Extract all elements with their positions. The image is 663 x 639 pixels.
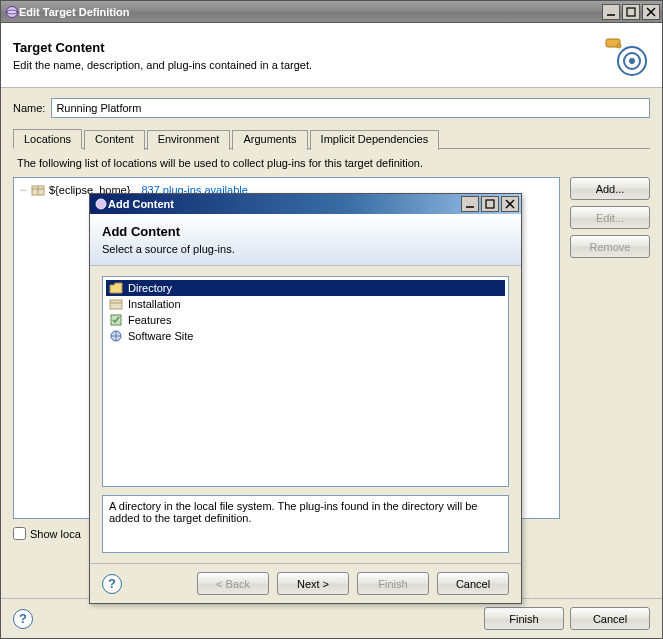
svg-rect-16 [486, 200, 494, 208]
header-panel: Target Content Edit the name, descriptio… [1, 23, 662, 88]
list-item-softwaresite[interactable]: Software Site [106, 328, 505, 344]
svg-rect-3 [627, 8, 635, 16]
folder-icon [109, 281, 123, 295]
dialog-header-description: Select a source of plug-ins. [102, 243, 509, 255]
list-item-label: Software Site [128, 330, 193, 342]
list-item-label: Installation [128, 298, 181, 310]
list-item-features[interactable]: Features [106, 312, 505, 328]
tab-content[interactable]: Content [84, 130, 145, 150]
page-description: Edit the name, description, and plug-ins… [13, 59, 602, 71]
edit-button[interactable]: Edit... [570, 206, 650, 229]
page-title: Target Content [13, 40, 602, 55]
titlebar[interactable]: Edit Target Definition [1, 1, 662, 23]
next-button[interactable]: Next > [277, 572, 349, 595]
list-item-label: Directory [128, 282, 172, 294]
maximize-button[interactable] [622, 4, 640, 20]
selection-description: A directory in the local file system. Th… [102, 495, 509, 553]
name-row: Name: [13, 98, 650, 118]
close-button[interactable] [642, 4, 660, 20]
dialog-body: Directory Installation Features [90, 266, 521, 563]
dialog-help-button[interactable]: ? [102, 574, 122, 594]
add-content-dialog: Add Content Add Content Select a source … [89, 193, 522, 604]
dialog-header: Add Content Select a source of plug-ins. [90, 214, 521, 266]
svg-point-10 [617, 44, 621, 48]
dialog-footer: ? < Back Next > Finish Cancel [90, 563, 521, 603]
site-icon [109, 329, 123, 343]
list-item-directory[interactable]: Directory [106, 280, 505, 296]
svg-point-14 [96, 199, 106, 209]
feature-icon [109, 313, 123, 327]
minimize-button[interactable] [602, 4, 620, 20]
dialog-cancel-button[interactable]: Cancel [437, 572, 509, 595]
show-location-checkbox[interactable] [13, 527, 26, 540]
target-icon [602, 31, 650, 79]
source-list[interactable]: Directory Installation Features [102, 276, 509, 487]
dialog-finish-button[interactable]: Finish [357, 572, 429, 595]
help-button[interactable]: ? [13, 609, 33, 629]
list-item-label: Features [128, 314, 171, 326]
cancel-button[interactable]: Cancel [570, 607, 650, 630]
eclipse-icon [94, 197, 108, 211]
tab-environment[interactable]: Environment [147, 130, 231, 150]
back-button[interactable]: < Back [197, 572, 269, 595]
add-button[interactable]: Add... [570, 177, 650, 200]
locations-side-buttons: Add... Edit... Remove [570, 177, 650, 519]
tab-bar: Locations Content Environment Arguments … [13, 128, 650, 149]
finish-button[interactable]: Finish [484, 607, 564, 630]
eclipse-icon [5, 5, 19, 19]
locations-description: The following list of locations will be … [17, 157, 650, 169]
tab-arguments[interactable]: Arguments [232, 130, 307, 150]
svg-rect-19 [110, 300, 122, 309]
dialog-titlebar[interactable]: Add Content [90, 194, 521, 214]
archive-icon [31, 183, 45, 197]
dialog-title: Add Content [108, 198, 461, 210]
window-title: Edit Target Definition [19, 6, 602, 18]
archive-icon [109, 297, 123, 311]
remove-button[interactable]: Remove [570, 235, 650, 258]
window-controls [602, 4, 660, 20]
dialog-header-title: Add Content [102, 224, 509, 239]
tree-connector: ┈ [20, 184, 27, 197]
tab-locations[interactable]: Locations [13, 129, 82, 149]
main-footer: ? Finish Cancel [1, 598, 662, 638]
name-label: Name: [13, 102, 45, 114]
main-window: Edit Target Definition Target Content Ed… [0, 0, 663, 639]
dialog-maximize-button[interactable] [481, 196, 499, 212]
svg-point-0 [7, 6, 18, 17]
tab-implicit[interactable]: Implicit Dependencies [310, 130, 440, 150]
svg-point-8 [629, 58, 635, 64]
name-input[interactable] [51, 98, 650, 118]
list-item-installation[interactable]: Installation [106, 296, 505, 312]
dialog-minimize-button[interactable] [461, 196, 479, 212]
dialog-close-button[interactable] [501, 196, 519, 212]
show-location-label: Show loca [30, 528, 81, 540]
